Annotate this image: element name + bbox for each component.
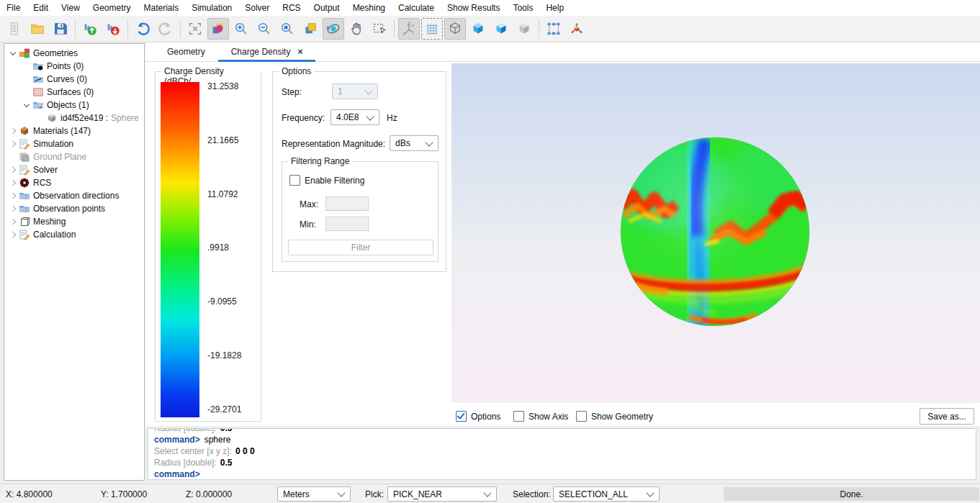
zoom-window-icon[interactable] [277,18,298,40]
menu-item-edit[interactable]: Edit [27,0,55,16]
chevron-placeholder [22,75,31,83]
units-dropdown[interactable]: Meters [277,486,351,502]
meshing-icon [19,216,30,227]
chevron-placeholder [36,114,45,122]
chevron-collapsed-icon[interactable] [9,127,17,135]
tree-item-meshing[interactable]: Meshing [4,215,144,228]
tree-item-solver[interactable]: Solver [4,163,144,176]
max-input[interactable] [325,196,369,211]
show-grid-icon[interactable] [421,18,443,40]
save-as-button[interactable]: Save as... [920,408,974,425]
tree-item-materials-147[interactable]: Materials (147) [4,124,144,137]
show-geometry-checkbox[interactable] [576,411,587,422]
tab-geometry[interactable]: Geometry [154,42,218,61]
max-label: Max: [300,199,318,209]
tab-charge-density[interactable]: Charge Density × [218,42,316,61]
menu-item-materials[interactable]: Materials [138,0,186,16]
tree-item-id4f52e419[interactable]: id4f52e419 :Sphere [4,112,144,124]
flat-cube-icon[interactable] [467,18,489,40]
enable-filtering-checkbox[interactable] [289,175,300,186]
menu-item-view[interactable]: View [55,0,86,16]
step-value: 1 [338,86,343,96]
step-dropdown[interactable]: 1 [332,83,378,99]
hidden-line-cube-icon[interactable] [513,18,535,40]
undo-icon[interactable] [132,18,153,40]
tree-item-objects-1[interactable]: Objects (1) [4,99,144,112]
menu-item-geometry[interactable]: Geometry [86,0,138,16]
chevron-collapsed-icon[interactable] [9,204,17,213]
shaded-cube-icon[interactable] [490,18,512,40]
tree-item-simulation[interactable]: Simulation [4,137,144,150]
menu-item-meshing[interactable]: Meshing [346,0,392,16]
new-file-icon[interactable] [4,18,25,40]
chevron-collapsed-icon[interactable] [9,178,17,187]
frequency-dropdown[interactable]: 4.0E8 [331,109,379,125]
menu-item-rcs[interactable]: RCS [276,0,307,16]
min-input[interactable] [325,217,369,231]
frequency-label: Frequency: [282,113,325,123]
shaded-view-icon[interactable] [207,18,229,40]
menu-item-simulation[interactable]: Simulation [185,0,238,16]
show-axes-icon[interactable]: ZYX [398,18,420,40]
tree-item-label: Observation directions [33,191,119,201]
chevron-expanded-icon[interactable] [22,101,31,109]
representation-magnitude-dropdown[interactable]: dBs [390,135,439,151]
triad-axes-icon[interactable] [566,18,588,40]
selection-handles-icon[interactable] [543,18,565,40]
tree-item-calculation[interactable]: Calculation [4,228,144,241]
chevron-collapsed-icon[interactable] [9,191,17,200]
open-folder-icon[interactable] [27,18,48,40]
chevron-collapsed-icon[interactable] [9,217,17,226]
command-console[interactable]: Radius [double]:0.5command>sphereSelect … [148,428,976,480]
viewport-options-checkbox[interactable] [456,411,467,422]
view-front-icon[interactable] [300,18,321,40]
fit-view-icon[interactable] [184,18,206,40]
show-axis-checkbox[interactable] [513,411,524,422]
orbit-icon[interactable] [323,18,344,40]
tab-close-icon[interactable]: × [297,47,302,56]
wireframe-cube-icon[interactable] [444,18,466,40]
pan-icon[interactable] [346,18,367,40]
chevron-placeholder [9,153,17,161]
pick-dropdown[interactable]: PICK_NEAR [387,486,497,502]
menu-item-tools[interactable]: Tools [506,0,539,16]
tree-item-rcs[interactable]: RCS [4,176,144,189]
zoom-in-icon[interactable] [230,18,252,40]
console-line: command>sphere [154,434,970,445]
menu-item-help[interactable]: Help [539,0,570,16]
status-bar: X: 4.800000 Y: 1.700000 Z: 0.000000 Mete… [0,484,980,503]
filter-button[interactable]: Filter [288,240,433,255]
save-icon[interactable] [50,18,71,40]
min-label: Min: [300,219,316,230]
tree-item-surfaces-0[interactable]: Surfaces (0) [4,86,144,99]
tree-item-label: Calculation [33,230,76,240]
zoom-out-icon[interactable] [253,18,275,40]
export-icon[interactable] [102,18,124,40]
tree-item-geometries[interactable]: Geometries [4,47,144,60]
menu-item-show-results[interactable]: Show Results [441,0,506,16]
tree-item-curves-0[interactable]: Curves (0) [4,73,144,86]
menu-item-solver[interactable]: Solver [238,0,276,16]
tree-item-label: Meshing [33,217,66,227]
tree-item-ground-plane[interactable]: Ground Plane [4,150,144,163]
import-icon[interactable] [79,18,101,40]
chevron-collapsed-icon[interactable] [9,230,17,239]
chevron-expanded-icon[interactable] [9,49,17,58]
console-label: Radius [double]: [154,458,217,468]
toolbar: ZYX [0,16,980,42]
tree-item-observation-points[interactable]: Observation points [4,202,144,215]
select-area-icon[interactable] [369,18,390,40]
chevron-collapsed-icon[interactable] [9,140,17,148]
colorbar-group: Charge Density (dBCb/... 31.253821.16651… [155,71,261,422]
menu-item-calculate[interactable]: Calculate [392,0,441,16]
menu-item-output[interactable]: Output [307,0,346,16]
chevron-collapsed-icon[interactable] [9,166,17,174]
redo-icon[interactable] [155,18,176,40]
selection-dropdown[interactable]: SELECTION_ALL [553,486,660,502]
step-label: Step: [282,87,302,97]
tree-item-observation-directions[interactable]: Observation directions [4,189,144,202]
tree-item-label: Points (0) [47,61,84,71]
menu-item-file[interactable]: File [0,0,27,16]
tree-item-points-0[interactable]: Points (0) [4,60,144,73]
3d-viewport[interactable] [451,63,980,403]
